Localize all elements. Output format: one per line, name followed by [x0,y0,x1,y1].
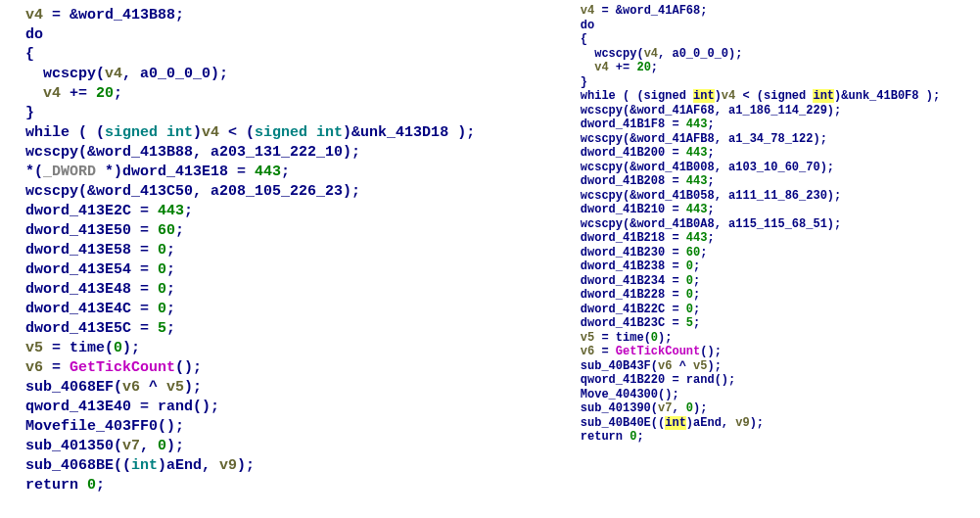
left-code-line[interactable]: dword_413E5C = 5; [8,319,548,339]
right-code-line[interactable]: v6 = GetTickCount(); [552,345,980,359]
left-code-line[interactable]: v4 = &word_413B88; [8,6,548,25]
token-kw: , [672,401,685,415]
right-code-line[interactable]: sub_40B40E((int)aEnd, v9); [552,416,980,431]
token-lit: 0 [158,301,166,317]
token-kw: wcscpy(&word_41AFB8, a1_34_78_122); [581,132,827,146]
left-code-line[interactable]: while ( (signed int)v4 < (signed int)&un… [8,123,548,143]
token-kw: dword_41B238 = [581,259,686,273]
token-kw: sub_40B40E(( [581,416,665,430]
right-code-line[interactable]: dword_41B210 = 443; [552,203,980,217]
token-kw: += [61,85,96,102]
right-code-line[interactable]: v4 = &word_41AF68; [552,4,980,19]
left-code-line[interactable]: dword_413E54 = 0; [8,260,548,280]
right-code-line[interactable]: dword_41B218 = 443; [552,231,980,246]
right-code-line[interactable]: { [552,32,980,47]
token-lit: 0 [651,331,658,345]
token-var: v5 [581,331,594,345]
right-code-line[interactable]: while ( (signed int)v4 < (signed int)&un… [552,89,980,104]
token-var: v5 [693,359,707,373]
token-kw: = &word_41AF68; [594,4,707,18]
right-decompiler-pane[interactable]: v4 = &word_41AF68; do { wcscpy(v4, a0_0_… [548,0,980,518]
left-code-line[interactable]: Movefile_403FF0(); [8,417,548,437]
token-lit: 20 [96,85,114,102]
token-kw: Movefile_403FF0(); [25,418,184,435]
token-kw: do [581,19,594,32]
token-kw: dword_41B228 = [581,288,686,302]
right-code-line[interactable]: } [552,75,980,90]
left-code-line[interactable]: dword_413E2C = 443; [8,202,548,221]
left-code-line[interactable]: dword_413E58 = 0; [8,241,548,260]
left-code-line[interactable]: sub_401350(v7, 0); [8,437,548,456]
token-kw: ; [693,303,700,316]
token-kw: dword_413E4C = [25,301,158,317]
token-kw: ; [651,61,658,74]
left-code-line[interactable]: wcscpy(&word_413B88, a203_131_222_10); [8,143,548,163]
right-code-line[interactable]: sub_40B43F(v6 ^ v5); [552,359,980,374]
token-hl: int [813,89,834,103]
left-code-line[interactable]: { [8,45,548,65]
token-lit: 5 [686,316,693,330]
token-kw: return [581,430,630,444]
right-code-line[interactable]: wcscpy(&word_41B058, a111_11_86_230); [552,189,980,204]
left-code-line[interactable]: return 0; [8,476,548,495]
token-kw: < (signed [735,89,813,103]
right-code-line[interactable]: wcscpy(&word_41AF68, a1_186_114_229); [552,104,980,118]
right-code-line[interactable]: Move_404300(); [552,388,980,402]
right-code-line[interactable]: dword_41B200 = 443; [552,146,980,161]
left-code-line[interactable]: wcscpy(v4, a0_0_0_0); [8,65,548,84]
right-code-line[interactable]: dword_41B230 = 60; [552,246,980,260]
right-code-line[interactable]: v4 += 20; [552,61,980,75]
right-code-line[interactable]: return 0; [552,430,980,445]
right-code-line[interactable]: wcscpy(v4, a0_0_0_0); [552,47,980,62]
right-code-line[interactable]: wcscpy(&word_41B0A8, a115_115_68_51); [552,217,980,232]
right-code-line[interactable]: dword_41B234 = 0; [552,274,980,289]
token-kw: ; [693,288,700,302]
right-code-line[interactable]: wcscpy(&word_41B008, a103_10_60_70); [552,161,980,175]
token-kw: (); [700,345,722,358]
left-code-line[interactable]: sub_4068BE((int)aEnd, v9); [8,456,548,476]
left-code-line[interactable]: sub_4068EF(v6 ^ v5); [8,378,548,398]
left-code-line[interactable]: v4 += 20; [8,84,548,104]
left-decompiler-pane[interactable]: v4 = &word_413B88; do { wcscpy(v4, a0_0_… [0,0,548,518]
token-kw: ; [707,146,714,160]
token-kw: ; [700,246,707,259]
token-kw: ; [281,164,290,180]
token-lit: 0 [158,261,166,278]
token-kw: += [609,61,637,74]
right-code-line[interactable]: qword_41B220 = rand(); [552,373,980,388]
left-code-line[interactable]: wcscpy(&word_413C50, a208_105_226_23); [8,182,548,202]
token-var: v4 [202,124,219,141]
token-kw: ); [122,340,140,356]
token-kw: ; [114,85,122,102]
right-code-line[interactable]: do [552,19,980,33]
left-code-line[interactable]: dword_413E48 = 0; [8,280,548,300]
left-code-line[interactable]: } [8,104,548,123]
token-kw: ; [636,430,643,444]
left-code-line[interactable]: do [8,25,548,45]
token-kw: ; [166,261,175,278]
right-code-line[interactable]: sub_401390(v7, 0); [552,401,980,416]
right-code-line[interactable]: dword_41B1F8 = 443; [552,118,980,132]
left-code-line[interactable]: v5 = time(0); [8,339,548,358]
token-kw: dword_41B218 = [581,231,686,245]
token-hl: int [665,416,686,430]
right-code-line[interactable]: dword_41B238 = 0; [552,259,980,274]
right-code-line[interactable]: dword_41B22C = 0; [552,303,980,317]
right-code-line[interactable]: wcscpy(&word_41AFB8, a1_34_78_122); [552,132,980,147]
token-kw: dword_41B230 = [581,246,686,259]
token-kw: wcscpy( [594,47,643,61]
right-code-line[interactable]: v5 = time(0); [552,331,980,346]
left-code-line[interactable]: *(_DWORD *)dword_413E18 = 443; [8,163,548,182]
right-code-line[interactable]: dword_41B208 = 443; [552,174,980,189]
left-code-line[interactable]: dword_413E4C = 0; [8,300,548,319]
left-code-line[interactable]: v6 = GetTickCount(); [8,358,548,378]
token-kw: ) [715,89,722,103]
token-kw: )aEnd, [686,416,735,430]
right-code-line[interactable]: dword_41B23C = 5; [552,316,980,331]
left-code-line[interactable]: dword_413E50 = 60; [8,221,548,241]
token-var: v6 [581,345,594,358]
right-code-line[interactable]: dword_41B228 = 0; [552,288,980,303]
token-kw: ; [707,203,714,216]
left-code-line[interactable]: qword_413E40 = rand(); [8,398,548,417]
token-kw: ; [693,259,700,273]
